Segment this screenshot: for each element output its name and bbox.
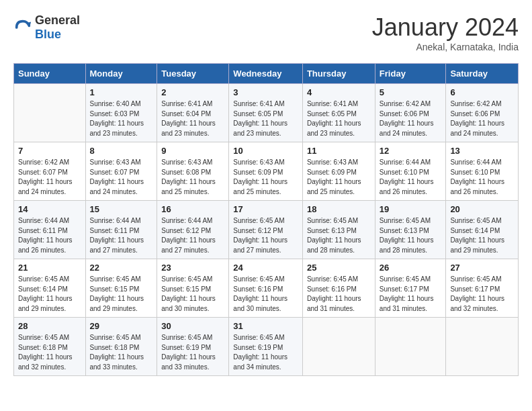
- day-number: 23: [161, 263, 224, 273]
- day-number: 30: [161, 321, 224, 331]
- day-number: 22: [90, 263, 153, 273]
- header-wednesday: Wednesday: [229, 64, 303, 84]
- header-thursday: Thursday: [302, 64, 375, 84]
- calendar-cell: 16Sunrise: 6:44 AMSunset: 6:12 PMDayligh…: [157, 201, 229, 259]
- header-saturday: Saturday: [446, 64, 519, 84]
- day-number: 16: [161, 204, 224, 214]
- day-info: Sunrise: 6:44 AMSunset: 6:11 PMDaylight:…: [18, 216, 81, 255]
- day-number: 7: [18, 146, 81, 156]
- calendar-cell: 15Sunrise: 6:44 AMSunset: 6:11 PMDayligh…: [85, 201, 157, 259]
- calendar-cell: 28Sunrise: 6:45 AMSunset: 6:18 PMDayligh…: [14, 318, 86, 376]
- day-info: Sunrise: 6:41 AMSunset: 6:05 PMDaylight:…: [307, 99, 371, 138]
- logo: General Blue: [13, 13, 80, 42]
- week-row-4: 28Sunrise: 6:45 AMSunset: 6:18 PMDayligh…: [14, 318, 519, 376]
- day-number: 25: [307, 263, 371, 273]
- calendar-cell: 1Sunrise: 6:40 AMSunset: 6:03 PMDaylight…: [85, 84, 157, 142]
- day-info: Sunrise: 6:45 AMSunset: 6:17 PMDaylight:…: [380, 275, 442, 314]
- day-number: 3: [233, 87, 298, 97]
- day-info: Sunrise: 6:45 AMSunset: 6:15 PMDaylight:…: [161, 275, 224, 314]
- calendar-cell: 24Sunrise: 6:45 AMSunset: 6:16 PMDayligh…: [229, 259, 303, 318]
- calendar-cell: 8Sunrise: 6:43 AMSunset: 6:07 PMDaylight…: [85, 142, 157, 201]
- calendar-cell: 30Sunrise: 6:45 AMSunset: 6:19 PMDayligh…: [157, 318, 229, 376]
- title-block: January 2024 Anekal, Karnataka, India: [372, 13, 519, 52]
- day-number: 8: [90, 146, 153, 156]
- day-info: Sunrise: 6:45 AMSunset: 6:13 PMDaylight:…: [380, 216, 442, 255]
- day-info: Sunrise: 6:42 AMSunset: 6:07 PMDaylight:…: [18, 158, 81, 197]
- week-row-0: 1Sunrise: 6:40 AMSunset: 6:03 PMDaylight…: [14, 84, 519, 142]
- day-number: 21: [18, 263, 81, 273]
- day-number: 4: [307, 87, 371, 97]
- day-info: Sunrise: 6:43 AMSunset: 6:09 PMDaylight:…: [307, 158, 371, 197]
- calendar-cell: 22Sunrise: 6:45 AMSunset: 6:15 PMDayligh…: [85, 259, 157, 318]
- day-info: Sunrise: 6:41 AMSunset: 6:04 PMDaylight:…: [161, 99, 224, 138]
- day-info: Sunrise: 6:44 AMSunset: 6:12 PMDaylight:…: [161, 216, 224, 255]
- location-subtitle: Anekal, Karnataka, India: [372, 42, 519, 52]
- logo-text: General Blue: [35, 13, 80, 42]
- day-number: 9: [161, 146, 224, 156]
- day-info: Sunrise: 6:44 AMSunset: 6:10 PMDaylight:…: [380, 158, 442, 197]
- calendar-cell: [375, 318, 446, 376]
- calendar-cell: 12Sunrise: 6:44 AMSunset: 6:10 PMDayligh…: [375, 142, 446, 201]
- calendar-cell: [446, 318, 519, 376]
- month-title: January 2024: [372, 13, 519, 42]
- header-friday: Friday: [375, 64, 446, 84]
- day-info: Sunrise: 6:45 AMSunset: 6:13 PMDaylight:…: [307, 216, 371, 255]
- day-number: 24: [233, 263, 298, 273]
- calendar-cell: 7Sunrise: 6:42 AMSunset: 6:07 PMDaylight…: [14, 142, 86, 201]
- logo-icon: [13, 18, 32, 37]
- day-number: 6: [450, 87, 514, 97]
- calendar-table: SundayMondayTuesdayWednesdayThursdayFrid…: [13, 63, 519, 376]
- header-tuesday: Tuesday: [157, 64, 229, 84]
- day-info: Sunrise: 6:45 AMSunset: 6:17 PMDaylight:…: [450, 275, 514, 314]
- day-number: 28: [18, 321, 81, 331]
- day-info: Sunrise: 6:43 AMSunset: 6:09 PMDaylight:…: [233, 158, 298, 197]
- day-number: 18: [307, 204, 371, 214]
- day-info: Sunrise: 6:45 AMSunset: 6:14 PMDaylight:…: [450, 216, 514, 255]
- calendar-cell: 31Sunrise: 6:45 AMSunset: 6:19 PMDayligh…: [229, 318, 303, 376]
- day-info: Sunrise: 6:41 AMSunset: 6:05 PMDaylight:…: [233, 99, 298, 138]
- calendar-cell: 13Sunrise: 6:44 AMSunset: 6:10 PMDayligh…: [446, 142, 519, 201]
- calendar-cell: 21Sunrise: 6:45 AMSunset: 6:14 PMDayligh…: [14, 259, 86, 318]
- logo-blue: Blue: [35, 28, 61, 41]
- day-number: 2: [161, 87, 224, 97]
- day-info: Sunrise: 6:45 AMSunset: 6:15 PMDaylight:…: [90, 275, 153, 314]
- calendar-cell: 14Sunrise: 6:44 AMSunset: 6:11 PMDayligh…: [14, 201, 86, 259]
- calendar-cell: 23Sunrise: 6:45 AMSunset: 6:15 PMDayligh…: [157, 259, 229, 318]
- day-number: 10: [233, 146, 298, 156]
- week-row-2: 14Sunrise: 6:44 AMSunset: 6:11 PMDayligh…: [14, 201, 519, 259]
- page-header: General Blue January 2024 Anekal, Karnat…: [13, 13, 519, 52]
- day-info: Sunrise: 6:42 AMSunset: 6:06 PMDaylight:…: [450, 99, 514, 138]
- calendar-cell: [302, 318, 375, 376]
- day-number: 20: [450, 204, 514, 214]
- calendar-cell: 27Sunrise: 6:45 AMSunset: 6:17 PMDayligh…: [446, 259, 519, 318]
- day-number: 26: [380, 263, 442, 273]
- day-number: 13: [450, 146, 514, 156]
- day-info: Sunrise: 6:45 AMSunset: 6:19 PMDaylight:…: [161, 333, 224, 372]
- calendar-cell: [14, 84, 86, 142]
- day-number: 29: [90, 321, 153, 331]
- calendar-cell: 9Sunrise: 6:43 AMSunset: 6:08 PMDaylight…: [157, 142, 229, 201]
- day-info: Sunrise: 6:43 AMSunset: 6:08 PMDaylight:…: [161, 158, 224, 197]
- calendar-cell: 10Sunrise: 6:43 AMSunset: 6:09 PMDayligh…: [229, 142, 303, 201]
- calendar-cell: 20Sunrise: 6:45 AMSunset: 6:14 PMDayligh…: [446, 201, 519, 259]
- calendar-cell: 25Sunrise: 6:45 AMSunset: 6:16 PMDayligh…: [302, 259, 375, 318]
- day-number: 19: [380, 204, 442, 214]
- day-info: Sunrise: 6:45 AMSunset: 6:18 PMDaylight:…: [18, 333, 81, 372]
- calendar-cell: 26Sunrise: 6:45 AMSunset: 6:17 PMDayligh…: [375, 259, 446, 318]
- day-info: Sunrise: 6:45 AMSunset: 6:16 PMDaylight:…: [233, 275, 298, 314]
- day-info: Sunrise: 6:44 AMSunset: 6:11 PMDaylight:…: [90, 216, 153, 255]
- calendar-cell: 17Sunrise: 6:45 AMSunset: 6:12 PMDayligh…: [229, 201, 303, 259]
- day-info: Sunrise: 6:45 AMSunset: 6:16 PMDaylight:…: [307, 275, 371, 314]
- week-row-3: 21Sunrise: 6:45 AMSunset: 6:14 PMDayligh…: [14, 259, 519, 318]
- header-sunday: Sunday: [14, 64, 86, 84]
- calendar-cell: 6Sunrise: 6:42 AMSunset: 6:06 PMDaylight…: [446, 84, 519, 142]
- day-number: 31: [233, 321, 298, 331]
- day-number: 15: [90, 204, 153, 214]
- calendar-cell: 18Sunrise: 6:45 AMSunset: 6:13 PMDayligh…: [302, 201, 375, 259]
- day-number: 17: [233, 204, 298, 214]
- calendar-header: SundayMondayTuesdayWednesdayThursdayFrid…: [14, 64, 519, 84]
- calendar-cell: 5Sunrise: 6:42 AMSunset: 6:06 PMDaylight…: [375, 84, 446, 142]
- day-number: 12: [380, 146, 442, 156]
- calendar-cell: 19Sunrise: 6:45 AMSunset: 6:13 PMDayligh…: [375, 201, 446, 259]
- calendar-cell: 29Sunrise: 6:45 AMSunset: 6:18 PMDayligh…: [85, 318, 157, 376]
